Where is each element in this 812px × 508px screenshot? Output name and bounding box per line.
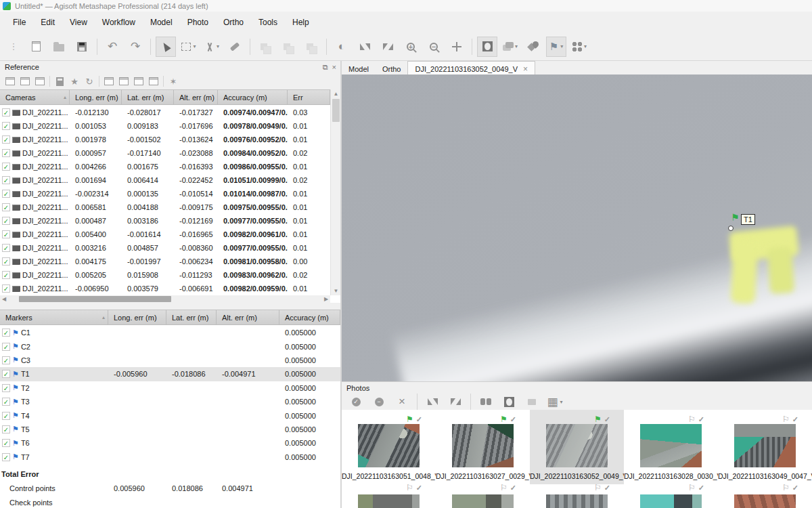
convert-reference-button[interactable] [52,75,67,88]
column-header-5[interactable]: Err [288,90,330,104]
enabled-checkbox[interactable]: ✓ [2,271,10,279]
enabled-checkbox[interactable]: ✓ [2,284,10,293]
scroll-up-icon[interactable]: ▲ [331,89,341,98]
import-reference-button[interactable] [3,75,18,88]
enabled-checkbox[interactable]: ✓ [2,398,10,406]
update-transform-button[interactable]: ↻ [82,75,97,88]
camera-row[interactable]: ✓DJI_202211...0.0010530.009183-0.0176960… [0,119,330,133]
menu-item-workflow[interactable]: Workflow [95,15,143,30]
column-header-0[interactable]: Markers▴ [0,310,108,324]
enabled-checkbox[interactable]: ✓ [2,135,10,144]
menu-item-file[interactable]: File [5,15,33,30]
thumbnail-image[interactable] [640,424,702,467]
camera-row[interactable]: ✓DJI_202211...0.0016940.006414-0.0224520… [0,173,330,187]
filter-photos-button[interactable] [476,391,496,412]
marker-row-t3[interactable]: ✓⚑T30.005000 [0,395,340,408]
marker-row-t7[interactable]: ✓⚑T70.005000 [0,450,340,464]
camera-row[interactable]: ✓DJI_202211...0.001978-0.001502-0.013624… [0,133,330,146]
column-header-3[interactable]: Alt. err (m) [174,90,218,104]
brightness-contrast-button[interactable]: ◐ [332,37,352,57]
marker-point[interactable] [728,226,734,231]
enabled-checkbox[interactable]: ✓ [2,149,10,157]
marker-row-c2[interactable]: ✓⚑C20.005000 [0,339,340,353]
show-masks-button[interactable] [499,391,519,412]
dropdown-arrow-icon[interactable]: ▾ [193,43,196,49]
marker-row-t1[interactable]: ✓⚑T1-0.005960-0.018086-0.0049710.005000 [0,367,340,381]
menu-item-help[interactable]: Help [285,15,317,30]
marker-row-t5[interactable]: ✓⚑T50.005000 [0,423,340,436]
column-header-1[interactable]: Long. err (m) [108,310,166,324]
marker-row-t6[interactable]: ✓⚑T60.005000 [0,436,340,450]
redo-button[interactable]: ↷ [125,37,145,57]
camera-row[interactable]: ✓DJI_202211...0.005400-0.001614-0.016965… [0,228,330,241]
scrollbar-thumb[interactable] [19,296,171,302]
marker-row-t2[interactable]: ✓⚑T20.005000 [0,381,340,395]
photo-thumbnail[interactable]: ⚑✓DJI_20221103163051_0048_V [342,410,436,484]
menu-item-ortho[interactable]: Ortho [216,15,251,30]
close-tab-icon[interactable]: × [523,64,528,74]
thumbnail-image[interactable] [452,494,514,508]
thumbnail-image[interactable] [546,424,608,467]
enabled-checkbox[interactable]: ✓ [2,384,10,392]
enabled-checkbox[interactable]: ✓ [2,329,10,337]
scroll-right-icon[interactable]: ▶ [322,295,330,303]
camera-row[interactable]: ✓DJI_202211...-0.012130-0.028017-0.01732… [0,106,330,119]
photo-thumbnail[interactable]: ⚐✓ [718,484,812,508]
camera-row[interactable]: ✓DJI_202211...0.000957-0.017140-0.023088… [0,146,330,160]
rotate-left-button[interactable] [422,391,443,412]
camera-row[interactable]: ✓DJI_202211...0.004175-0.001997-0.006234… [0,255,330,268]
thumbnail-size-button[interactable] [522,391,542,412]
zoom-out-button[interactable]: − [424,37,444,57]
tab-model[interactable]: Model [342,61,376,75]
rotate-right-button[interactable] [445,391,466,412]
toolbar-grip[interactable]: ⋮ [3,37,23,57]
view-errors-button[interactable] [131,75,146,88]
photo-thumbnail[interactable]: ⚐✓DJI_20221103163028_0030_V [624,410,718,484]
rotate-left-button[interactable] [355,37,375,57]
photo-thumbnail[interactable]: ⚐✓ [624,484,718,508]
thumbnail-image[interactable] [734,494,796,508]
thumbnail-image[interactable] [734,424,796,467]
thumbnail-image[interactable] [358,494,420,508]
zoom-in-button[interactable]: + [401,37,421,57]
photo-thumbnail[interactable]: ⚐✓ [530,484,624,508]
float-panel-icon[interactable]: ⧉ [323,63,328,72]
tab-dji-20221103163052-0049-v[interactable]: DJI_20221103163052_0049_V× [407,61,535,75]
enabled-checkbox[interactable]: ✓ [2,176,10,184]
enabled-checkbox[interactable]: ✓ [2,244,10,252]
tables-splitter[interactable] [0,303,340,310]
dropdown-arrow-icon[interactable]: ▾ [560,43,563,49]
column-header-1[interactable]: Long. err (m) [70,90,122,104]
free-form-selection-button[interactable] [225,37,245,57]
optimize-cameras-button[interactable]: ★ [67,75,82,88]
dropdown-arrow-icon[interactable]: ▾ [217,43,219,49]
photo-viewer[interactable]: ⚑ T1 [342,75,812,381]
marker-row-t4[interactable]: ✓⚑T40.005000 [0,408,340,422]
show-masks-button[interactable] [477,37,497,57]
menu-item-photo[interactable]: Photo [180,15,216,30]
thumbnail-image[interactable] [358,424,420,467]
close-panel-icon[interactable]: × [332,63,336,72]
column-header-4[interactable]: Accuracy (m) [279,310,340,324]
navigation-tool-button[interactable] [156,37,176,57]
new-project-button[interactable] [26,37,46,57]
show-layers-button[interactable]: ▾ [500,37,520,57]
marker-row-c1[interactable]: ✓⚑C10.005000 [0,326,340,339]
tab-ortho[interactable]: Ortho [376,61,408,75]
thumbnail-image[interactable] [640,494,702,508]
cameras-vertical-scrollbar[interactable]: ▲ ▼ [330,89,340,295]
photo-thumbnail[interactable]: ⚐✓ [436,484,530,508]
rotate-right-button[interactable] [378,37,398,57]
enabled-checkbox[interactable]: ✓ [2,217,10,225]
show-shapes-button[interactable] [523,37,543,57]
dropdown-arrow-icon[interactable]: ▾ [560,399,563,405]
reference-settings-button[interactable]: ✶ [166,75,181,88]
menu-item-model[interactable]: Model [143,15,180,30]
enabled-checkbox[interactable]: ✓ [2,122,10,130]
capture-reference-button[interactable] [32,75,47,88]
menu-item-view[interactable]: View [62,15,95,30]
scroll-left-icon[interactable]: ◀ [0,295,8,303]
open-project-button[interactable] [49,37,69,57]
remove-photos-button[interactable]: × [392,391,412,412]
marker-row-c3[interactable]: ✓⚑C30.005000 [0,354,340,367]
